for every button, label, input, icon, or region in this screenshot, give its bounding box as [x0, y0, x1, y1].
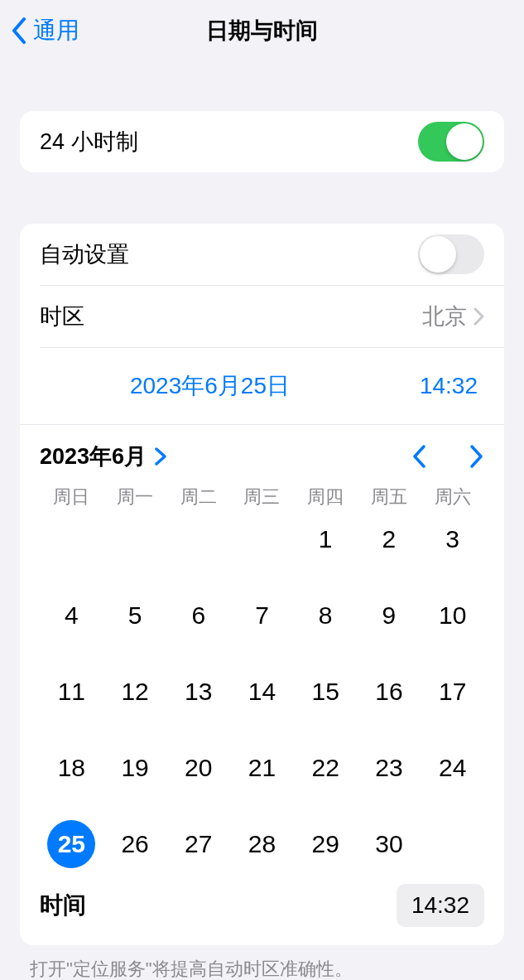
day-cell[interactable]: 14	[230, 665, 294, 718]
day-blank	[40, 513, 103, 566]
day-cell[interactable]: 20	[166, 741, 230, 794]
day-blank	[230, 513, 294, 566]
day-cell[interactable]: 22	[294, 741, 358, 794]
selected-date-button[interactable]: 2023年6月25日	[20, 370, 400, 402]
weekday-label: 周六	[421, 485, 484, 509]
auto-set-label: 自动设置	[40, 239, 129, 269]
weekday-label: 周五	[358, 485, 421, 509]
weekday-label: 周一	[103, 485, 167, 509]
day-cell[interactable]: 16	[358, 665, 421, 718]
timezone-row[interactable]: 时区 北京	[20, 286, 504, 347]
day-cell[interactable]: 7	[230, 589, 294, 642]
page-title: 日期与时间	[206, 16, 318, 46]
day-cell[interactable]: 27	[166, 818, 230, 871]
selected-time-button[interactable]: 14:32	[400, 373, 498, 399]
day-cell[interactable]: 9	[358, 589, 421, 642]
day-cell[interactable]: 17	[421, 665, 484, 718]
day-cell[interactable]: 5	[103, 589, 167, 642]
day-blank	[103, 513, 167, 566]
day-blank	[166, 513, 230, 566]
day-cell[interactable]: 11	[40, 665, 103, 718]
timezone-value: 北京	[422, 302, 467, 331]
day-cell[interactable]: 3	[421, 513, 484, 566]
month-picker-button[interactable]: 2023年6月	[40, 442, 166, 471]
chevron-left-icon	[12, 17, 28, 44]
day-cell[interactable]: 26	[103, 818, 167, 871]
day-cell[interactable]: 4	[40, 589, 103, 642]
weekday-label: 周三	[230, 485, 294, 509]
auto-set-toggle[interactable]	[418, 234, 484, 274]
next-month-button[interactable]	[468, 444, 484, 469]
month-title-label: 2023年6月	[40, 442, 147, 471]
twenty-four-hour-label: 24 小时制	[40, 127, 138, 157]
day-cell[interactable]: 23	[358, 741, 421, 794]
day-cell[interactable]: 30	[358, 818, 421, 871]
day-cell[interactable]: 21	[230, 741, 294, 794]
weekday-label: 周日	[40, 485, 103, 509]
day-cell[interactable]: 28	[230, 818, 294, 871]
chevron-right-icon	[474, 307, 484, 326]
back-label: 通用	[33, 15, 79, 46]
time-label: 时间	[40, 890, 86, 921]
day-cell[interactable]: 12	[103, 665, 167, 718]
day-cell[interactable]: 25	[40, 818, 103, 871]
time-picker-button[interactable]: 14:32	[397, 884, 484, 927]
twenty-four-hour-toggle[interactable]	[418, 122, 484, 162]
back-button[interactable]: 通用	[0, 15, 79, 46]
day-cell[interactable]: 8	[294, 589, 358, 642]
day-cell[interactable]: 24	[421, 741, 484, 794]
weekday-label: 周四	[294, 485, 358, 509]
day-cell[interactable]: 6	[166, 589, 230, 642]
day-cell[interactable]: 18	[40, 741, 103, 794]
day-cell[interactable]: 29	[294, 818, 358, 871]
day-cell[interactable]: 10	[421, 589, 484, 642]
day-cell[interactable]: 19	[103, 741, 167, 794]
prev-month-button[interactable]	[411, 444, 428, 469]
weekday-label: 周二	[166, 485, 230, 509]
day-cell[interactable]: 1	[294, 513, 358, 566]
day-cell[interactable]: 13	[166, 665, 230, 718]
day-cell[interactable]: 2	[358, 513, 421, 566]
timezone-label: 时区	[40, 302, 84, 331]
footer-note: 打开"定位服务"将提高自动时区准确性。	[30, 957, 494, 980]
chevron-right-icon	[155, 447, 166, 466]
day-cell[interactable]: 15	[294, 665, 358, 718]
